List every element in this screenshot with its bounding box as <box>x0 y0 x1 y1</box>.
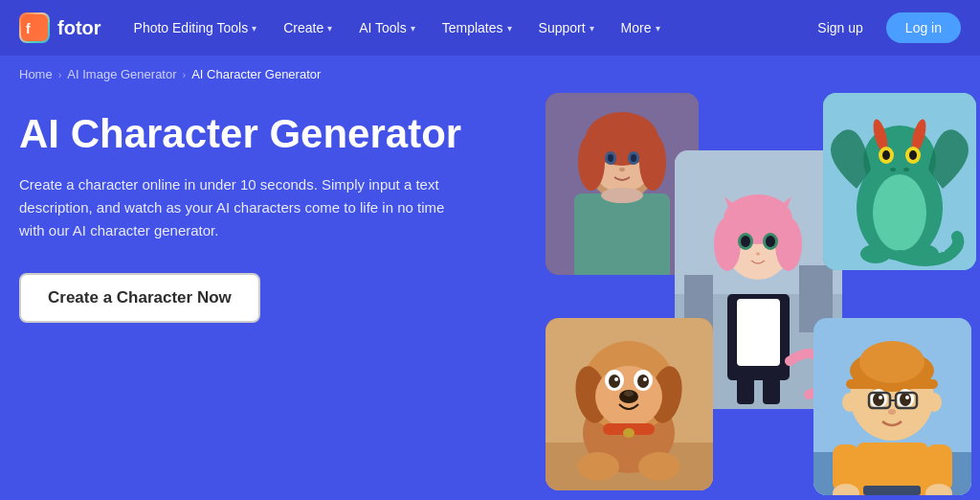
svg-point-11 <box>631 154 636 162</box>
signup-button[interactable]: Sign up <box>804 12 876 43</box>
svg-point-29 <box>741 236 750 247</box>
svg-point-78 <box>873 393 884 406</box>
svg-point-60 <box>614 377 618 381</box>
nav-templates[interactable]: Templates ▾ <box>429 0 525 56</box>
svg-point-87 <box>926 393 942 412</box>
chevron-down-icon: ▾ <box>656 23 660 34</box>
svg-rect-33 <box>763 375 780 404</box>
svg-point-45 <box>890 168 896 171</box>
breadcrumb-home[interactable]: Home <box>19 67 53 81</box>
svg-point-66 <box>577 452 619 481</box>
svg-point-10 <box>608 154 613 162</box>
login-button[interactable]: Log in <box>886 12 961 43</box>
main-content: AI Character Generator Create a characte… <box>0 93 980 497</box>
svg-point-67 <box>638 452 680 481</box>
character-card-dog <box>546 318 713 490</box>
character-card-dragon <box>823 93 976 270</box>
svg-point-23 <box>714 217 741 271</box>
svg-point-12 <box>619 168 625 171</box>
chevron-down-icon: ▾ <box>411 23 415 34</box>
svg-point-86 <box>842 393 858 412</box>
svg-point-65 <box>623 428 635 438</box>
fotor-logo-icon: f <box>19 12 50 43</box>
breadcrumb-current: AI Character Generator <box>191 67 321 81</box>
svg-point-46 <box>903 168 909 171</box>
nav-create[interactable]: Create ▾ <box>270 0 345 56</box>
left-panel: AI Character Generator Create a characte… <box>19 102 517 323</box>
nav-more[interactable]: More ▾ <box>608 0 674 56</box>
svg-point-14 <box>601 188 643 203</box>
svg-point-63 <box>624 391 634 397</box>
svg-point-7 <box>639 133 666 191</box>
breadcrumb-separator-2: › <box>183 69 187 80</box>
svg-rect-13 <box>574 193 670 275</box>
svg-point-6 <box>578 133 605 191</box>
character-card-boy <box>813 318 971 495</box>
svg-point-30 <box>766 236 775 247</box>
nav-support[interactable]: Support ▾ <box>525 0 608 56</box>
svg-point-59 <box>637 375 649 388</box>
svg-point-81 <box>905 396 909 399</box>
svg-point-47 <box>860 244 891 263</box>
character-collage <box>517 93 961 495</box>
svg-point-24 <box>775 217 802 271</box>
page-description: Create a character online in under 10 se… <box>19 173 459 242</box>
breadcrumb-ai-image-generator[interactable]: AI Image Generator <box>67 67 176 81</box>
svg-point-80 <box>879 396 882 399</box>
svg-text:f: f <box>26 21 31 36</box>
svg-rect-32 <box>737 375 754 404</box>
nav-items: Photo Editing Tools ▾ Create ▾ AI Tools … <box>121 0 805 56</box>
nav-photo-editing-tools[interactable]: Photo Editing Tools ▾ <box>121 0 271 56</box>
svg-point-79 <box>900 393 911 406</box>
nav-actions: Sign up Log in <box>804 12 961 43</box>
chevron-down-icon: ▾ <box>590 23 594 34</box>
svg-point-75 <box>859 341 924 383</box>
svg-rect-92 <box>863 486 921 495</box>
svg-point-58 <box>609 375 620 388</box>
logo-text: fotor <box>57 17 101 39</box>
chevron-down-icon: ▾ <box>507 23 512 34</box>
svg-point-38 <box>873 174 926 251</box>
breadcrumb: Home › AI Image Generator › AI Character… <box>0 56 980 93</box>
svg-rect-20 <box>737 299 780 366</box>
chevron-down-icon: ▾ <box>327 23 332 34</box>
svg-point-31 <box>756 253 760 256</box>
svg-point-85 <box>888 409 896 415</box>
svg-point-43 <box>882 150 890 160</box>
svg-point-48 <box>908 244 939 263</box>
breadcrumb-separator-1: › <box>58 69 62 80</box>
logo[interactable]: f fotor <box>19 12 101 43</box>
chevron-down-icon: ▾ <box>252 23 256 34</box>
nav-ai-tools[interactable]: AI Tools ▾ <box>345 0 429 56</box>
page-title: AI Character Generator <box>19 112 517 156</box>
svg-point-61 <box>643 377 647 381</box>
navigation: f fotor Photo Editing Tools ▾ Create ▾ A… <box>0 0 980 56</box>
svg-point-44 <box>909 150 917 160</box>
create-character-button[interactable]: Create a Character Now <box>19 273 260 323</box>
